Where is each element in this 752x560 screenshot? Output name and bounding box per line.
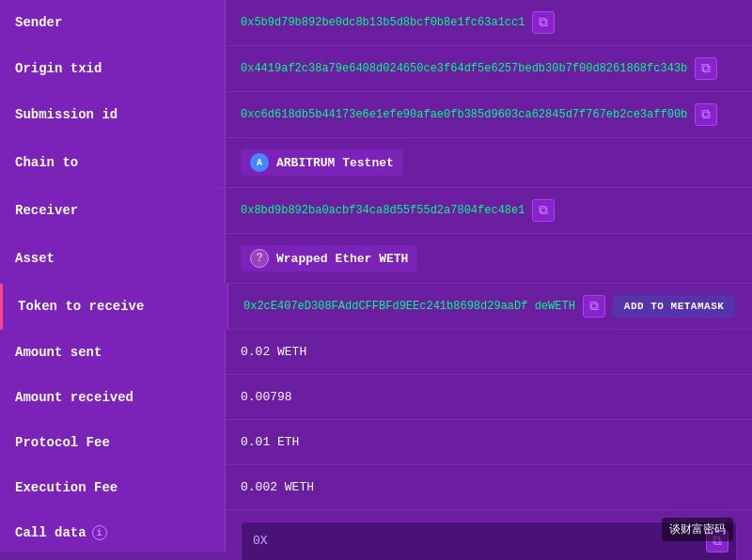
info-icon[interactable]: i xyxy=(92,525,107,540)
copy-submission-id-button[interactable] xyxy=(695,103,717,126)
table-row: Amount received 0.00798 xyxy=(0,375,752,420)
row-label-submission-id: Submission id xyxy=(0,92,226,137)
amount-sent-value: 0.02 WETH xyxy=(241,345,306,359)
label-text: Amount received xyxy=(15,390,133,405)
transaction-details-table: Sender 0x5b9d79b892be0dc8b13b5d8bcf0b8e1… xyxy=(0,0,752,560)
chain-icon: A xyxy=(250,153,269,172)
table-row-token-to-receive: Token to receive 0x2cE407eD308FAddCFFBFd… xyxy=(0,284,752,330)
row-value-token-to-receive: 0x2cE407eD308FAddCFFBFd9EEc241b8698d29aa… xyxy=(228,284,752,329)
label-text: Asset xyxy=(15,251,55,266)
row-label-amount-received: Amount received xyxy=(0,375,226,419)
sender-address: 0x5b9d79b892be0dc8b13b5d8bcf0b8e1fc63a1c… xyxy=(241,16,525,29)
asset-badge: ? Wrapped Ether WETH xyxy=(241,245,417,272)
chain-badge: A ARBITRUM Testnet xyxy=(241,149,403,176)
row-label-token-to-receive: Token to receive xyxy=(3,284,228,329)
copy-receiver-button[interactable] xyxy=(532,199,555,222)
table-row: Amount sent 0.02 WETH xyxy=(0,330,752,375)
row-label-origin-txid: Origin txid xyxy=(0,46,226,91)
copy-token-button[interactable] xyxy=(583,295,605,318)
submission-id-value: 0xc6d618db5b44173e6e1efe90afae0fb385d960… xyxy=(241,108,687,121)
label-text: Sender xyxy=(15,15,62,30)
label-text: Token to receive xyxy=(18,299,144,314)
row-value-submission-id: 0xc6d618db5b44173e6e1efe90afae0fb385d960… xyxy=(226,92,752,137)
row-value-amount-sent: 0.02 WETH xyxy=(226,330,752,374)
chain-name: ARBITRUM Testnet xyxy=(276,156,394,170)
copy-sender-button[interactable] xyxy=(532,11,555,34)
row-label-sender: Sender xyxy=(0,0,226,45)
label-text: Protocol Fee xyxy=(15,435,110,450)
row-value-chain-to: A ARBITRUM Testnet xyxy=(226,138,752,187)
table-row: Asset ? Wrapped Ether WETH xyxy=(0,234,752,284)
row-label-call-data: Call data i xyxy=(0,510,226,552)
asset-name: Wrapped Ether WETH xyxy=(276,252,408,266)
table-row: Receiver 0x8bd9b892ba0acbf34ca8d55f55d2a… xyxy=(0,188,752,234)
label-text: Call data xyxy=(15,525,86,540)
label-text: Execution Fee xyxy=(15,480,118,495)
label-text: Submission id xyxy=(15,107,118,122)
token-to-receive-value: 0x2cE407eD308FAddCFFBFd9EEc241b8698d29aa… xyxy=(243,300,575,313)
row-label-amount-sent: Amount sent xyxy=(0,330,226,374)
row-value-execution-fee: 0.002 WETH xyxy=(226,465,752,509)
table-row: Execution Fee 0.002 WETH xyxy=(0,465,752,510)
row-value-origin-txid: 0x4419af2c38a79e6408d024650ce3f64df5e625… xyxy=(226,46,752,91)
row-value-protocol-fee: 0.01 ETH xyxy=(226,420,752,464)
amount-received-value: 0.00798 xyxy=(241,390,292,404)
call-data-value: 0X xyxy=(253,534,268,548)
receiver-address: 0x8bd9b892ba0acbf34ca8d55f55d2a7804fec48… xyxy=(241,204,525,217)
label-text: Receiver xyxy=(15,203,78,218)
table-row: Submission id 0xc6d618db5b44173e6e1efe90… xyxy=(0,92,752,138)
call-data-label-container: Call data i xyxy=(15,525,107,540)
row-value-amount-received: 0.00798 xyxy=(226,375,752,419)
table-row: Origin txid 0x4419af2c38a79e6408d024650c… xyxy=(0,46,752,92)
table-row: Chain to A ARBITRUM Testnet xyxy=(0,138,752,188)
row-value-sender: 0x5b9d79b892be0dc8b13b5d8bcf0b8e1fc63a1c… xyxy=(226,0,752,45)
add-to-metamask-button[interactable]: ADD TO METAMASK xyxy=(613,295,736,318)
row-label-receiver: Receiver xyxy=(0,188,226,233)
table-row: Protocol Fee 0.01 ETH xyxy=(0,420,752,465)
row-label-asset: Asset xyxy=(0,234,226,283)
copy-origin-txid-button[interactable] xyxy=(695,57,717,80)
label-text: Amount sent xyxy=(15,345,102,360)
label-text: Chain to xyxy=(15,155,78,170)
protocol-fee-value: 0.01 ETH xyxy=(241,435,299,449)
row-label-chain-to: Chain to xyxy=(0,138,226,187)
row-value-asset: ? Wrapped Ether WETH xyxy=(226,234,752,283)
table-row-call-data: Call data i 0X xyxy=(0,510,752,560)
table-row: Sender 0x5b9d79b892be0dc8b13b5d8bcf0b8e1… xyxy=(0,0,752,46)
origin-txid-value: 0x4419af2c38a79e6408d024650ce3f64df5e625… xyxy=(241,62,687,75)
chain-icon-text: A xyxy=(257,158,262,168)
watermark: 谈财富密码 xyxy=(662,518,733,541)
row-label-protocol-fee: Protocol Fee xyxy=(0,420,226,464)
question-icon: ? xyxy=(250,249,269,268)
row-value-receiver: 0x8bd9b892ba0acbf34ca8d55f55d2a7804fec48… xyxy=(226,188,752,233)
label-text: Origin txid xyxy=(15,61,102,76)
row-label-execution-fee: Execution Fee xyxy=(0,465,226,509)
execution-fee-value: 0.002 WETH xyxy=(241,480,314,494)
